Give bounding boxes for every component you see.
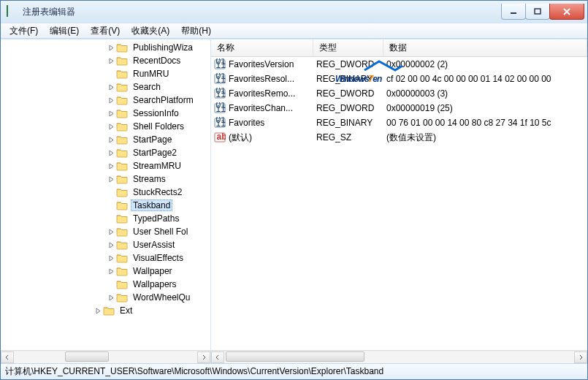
value-data: 00 76 01 00 00 14 00 80 c8 27 34 1f 10 5… <box>383 118 587 128</box>
tree-label: Wallpaper <box>131 266 175 276</box>
scroll-right-button[interactable] <box>574 352 587 363</box>
tree-item[interactable]: Wallpapers <box>1 278 210 291</box>
folder-icon <box>116 200 128 210</box>
minimize-button[interactable] <box>501 4 526 20</box>
menu-item[interactable]: 文件(F) <box>4 23 44 39</box>
expand-arrow-icon[interactable] <box>93 305 103 316</box>
col-type[interactable]: 类型 <box>313 39 383 56</box>
tree-item[interactable]: TypedPaths <box>1 212 210 225</box>
tree-label: Wallpapers <box>131 279 179 289</box>
tree-item[interactable]: RunMRU <box>1 67 210 80</box>
tree-item[interactable]: PublishingWiza <box>1 41 210 54</box>
expand-arrow-icon[interactable] <box>106 213 116 224</box>
expand-arrow-icon[interactable] <box>106 279 116 289</box>
expand-arrow-icon[interactable] <box>106 292 116 303</box>
tree-item[interactable]: SessionInfo <box>1 107 210 120</box>
expand-arrow-icon[interactable] <box>106 42 116 53</box>
tree-item[interactable]: Ext <box>1 304 210 317</box>
folder-icon <box>116 148 128 158</box>
tree-item[interactable]: UserAssist <box>1 238 210 251</box>
maximize-button[interactable] <box>525 4 550 20</box>
value-data: 0x00000003 (3) <box>383 88 587 99</box>
value-type-icon: ab <box>214 132 226 143</box>
expand-arrow-icon[interactable] <box>106 266 116 276</box>
tree-label: Taskband <box>131 200 172 211</box>
svg-text:ab: ab <box>217 132 226 142</box>
value-name: FavoritesChan... <box>229 103 293 113</box>
value-row[interactable]: ab(默认)REG_SZ(数值未设置) <box>211 130 587 145</box>
menu-item[interactable]: 收藏夹(A) <box>126 23 175 39</box>
tree-label: StuckRects2 <box>131 187 184 197</box>
tree-h-scrollbar[interactable] <box>1 350 210 363</box>
tree-item[interactable]: Taskband <box>1 199 210 212</box>
column-headers[interactable]: 名称 类型 数据 <box>211 39 587 57</box>
menu-item[interactable]: 编辑(E) <box>44 23 85 39</box>
col-name[interactable]: 名称 <box>211 39 313 56</box>
tree-item[interactable]: User Shell Fol <box>1 225 210 238</box>
folder-icon <box>116 240 128 250</box>
value-row[interactable]: 011110FavoritesREG_BINARY00 76 01 00 00 … <box>211 115 587 130</box>
expand-arrow-icon[interactable] <box>106 69 116 79</box>
tree-label: User Shell Fol <box>131 227 190 237</box>
expand-arrow-icon[interactable] <box>106 56 116 66</box>
status-path: 计算机\HKEY_CURRENT_USER\Software\Microsoft… <box>5 365 383 378</box>
expand-arrow-icon[interactable] <box>106 121 116 132</box>
tree-label: RecentDocs <box>131 56 183 66</box>
value-row[interactable]: 011110FavoritesVersionREG_DWORD0x0000000… <box>211 57 587 72</box>
tree-item[interactable]: SearchPlatform <box>1 94 210 107</box>
tree-label: Shell Folders <box>131 121 186 132</box>
menu-item[interactable]: 查看(V) <box>85 23 126 39</box>
tree-item[interactable]: Streams <box>1 172 210 186</box>
window-controls <box>502 4 584 20</box>
tree-label: StartPage <box>131 134 174 145</box>
tree-item[interactable]: RecentDocs <box>1 54 210 67</box>
expand-arrow-icon[interactable] <box>106 148 116 158</box>
expand-arrow-icon[interactable] <box>106 174 116 184</box>
scroll-thumb[interactable] <box>226 352 364 362</box>
values-list[interactable]: 011110FavoritesVersionREG_DWORD0x0000000… <box>211 57 587 350</box>
client-area: PublishingWizaRecentDocsRunMRUSearchSear… <box>1 39 587 363</box>
expand-arrow-icon[interactable] <box>106 240 116 250</box>
folder-icon <box>116 42 128 53</box>
tree-item[interactable]: VisualEffects <box>1 251 210 265</box>
expand-arrow-icon[interactable] <box>106 187 116 197</box>
scroll-thumb[interactable] <box>65 352 109 362</box>
scroll-track[interactable] <box>14 352 197 363</box>
tree-item[interactable]: StreamMRU <box>1 159 210 172</box>
scroll-track[interactable] <box>224 352 574 363</box>
tree-item[interactable]: Wallpaper <box>1 265 210 278</box>
value-row[interactable]: 011110FavoritesChan...REG_DWORD0x0000001… <box>211 101 587 115</box>
registry-tree[interactable]: PublishingWizaRecentDocsRunMRUSearchSear… <box>1 39 210 350</box>
expand-arrow-icon[interactable] <box>106 108 116 118</box>
tree-item[interactable]: StartPage2 <box>1 146 210 159</box>
value-name: Favorites <box>229 118 264 128</box>
value-row[interactable]: 011110FavoritesResol...REG_BINARYcf 02 0… <box>211 72 587 86</box>
scroll-left-button[interactable] <box>1 352 14 363</box>
expand-arrow-icon[interactable] <box>106 161 116 171</box>
folder-icon <box>116 82 128 92</box>
list-h-scrollbar[interactable] <box>211 350 587 363</box>
value-type: REG_DWORD <box>313 59 383 69</box>
expand-arrow-icon[interactable] <box>106 95 116 105</box>
tree-item[interactable]: StuckRects2 <box>1 186 210 199</box>
expand-arrow-icon[interactable] <box>106 134 116 145</box>
expand-arrow-icon[interactable] <box>106 82 116 92</box>
tree-item[interactable]: WordWheelQu <box>1 291 210 304</box>
scroll-left-button[interactable] <box>211 352 224 363</box>
folder-icon <box>116 69 128 79</box>
value-row[interactable]: 011110FavoritesRemo...REG_DWORD0x0000000… <box>211 86 587 101</box>
tree-item[interactable]: StartPage <box>1 133 210 146</box>
menu-item[interactable]: 帮助(H) <box>175 23 217 39</box>
value-type: REG_SZ <box>313 132 383 142</box>
svg-text:110: 110 <box>216 89 226 99</box>
close-button[interactable] <box>549 4 584 20</box>
expand-arrow-icon[interactable] <box>106 253 116 263</box>
expand-arrow-icon[interactable] <box>106 200 116 210</box>
scroll-right-button[interactable] <box>197 352 210 363</box>
titlebar[interactable]: 注册表编辑器 <box>1 1 587 23</box>
expand-arrow-icon[interactable] <box>106 227 116 237</box>
folder-icon <box>116 213 128 224</box>
tree-item[interactable]: Search <box>1 80 210 94</box>
col-data[interactable]: 数据 <box>383 39 587 56</box>
tree-item[interactable]: Shell Folders <box>1 120 210 133</box>
